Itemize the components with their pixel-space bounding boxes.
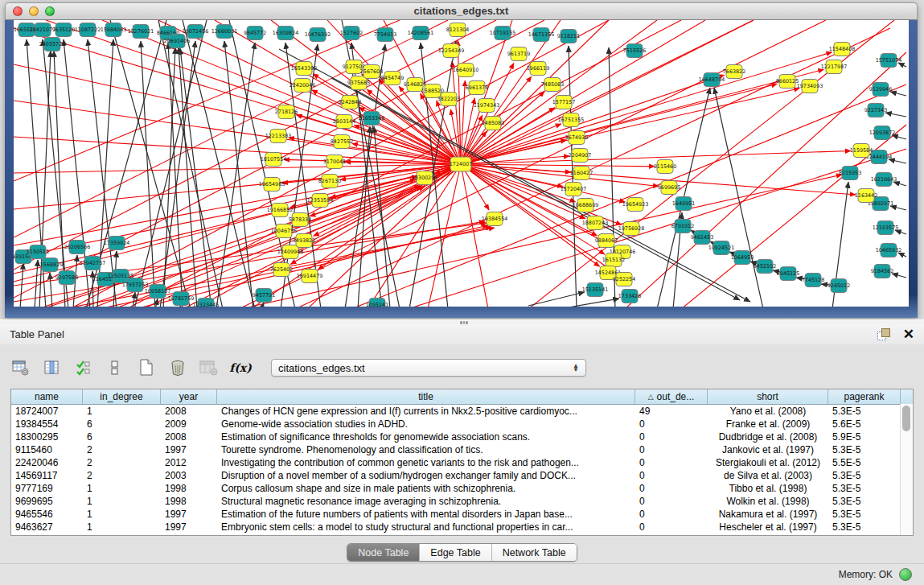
network-node[interactable]: 9457791 [253, 289, 275, 303]
network-node[interactable]: 9252254 [613, 273, 635, 286]
network-node[interactable]: 12103575 [873, 221, 899, 235]
column-header-out-de-[interactable]: △out_de... [635, 389, 708, 404]
network-node[interactable]: 8267130 [318, 175, 341, 188]
delete-rows-icon[interactable] [167, 357, 188, 378]
network-node[interactable]: 2803144 [333, 115, 355, 129]
network-node[interactable]: 9613719 [507, 47, 530, 61]
network-node[interactable]: 1095241 [366, 299, 388, 307]
network-node[interactable]: 19734093 [797, 80, 823, 93]
network-hub-node[interactable]: 1724007 [450, 157, 472, 171]
network-node[interactable]: 19166852 [267, 204, 294, 217]
network-node[interactable]: 12213383 [265, 130, 292, 143]
network-node[interactable]: 1160427 [570, 167, 593, 180]
network-node[interactable]: 7745128 [802, 274, 824, 287]
network-node[interactable]: 1064953 [731, 251, 754, 265]
table-row[interactable]: 1938455462009Genome-wide association stu… [11, 418, 913, 431]
network-node[interactable]: 9845772 [244, 27, 266, 40]
table-selector[interactable]: citations_edges.txt ▲▼ [271, 359, 586, 377]
network-node[interactable]: 10476392 [305, 28, 331, 42]
tab-edge-table[interactable]: Edge Table [420, 544, 491, 561]
network-node[interactable]: 16210643 [871, 173, 897, 187]
network-node[interactable]: 7625402 [270, 263, 293, 277]
network-node[interactable]: 20206566 [64, 241, 91, 254]
network-node[interactable]: 10719155 [490, 27, 516, 40]
network-node[interactable]: 16648794 [699, 73, 725, 87]
network-node[interactable]: 1966119 [527, 62, 549, 76]
network-node[interactable]: 15984063 [101, 23, 127, 37]
network-node[interactable]: 14208561 [408, 27, 434, 40]
table-row[interactable]: 2242004622012Investigating the contribut… [11, 456, 913, 469]
table-options-icon[interactable] [10, 357, 31, 378]
table-row[interactable]: 977716911998Corpus callosum shape and si… [11, 482, 913, 495]
network-node[interactable]: 15135141 [582, 283, 609, 297]
function-builder-icon[interactable]: f(x) [230, 357, 251, 378]
network-node[interactable]: 10465932 [876, 244, 902, 257]
network-node[interactable]: 2567608 [360, 65, 383, 79]
network-node[interactable]: 7754913 [374, 28, 396, 42]
network-node[interactable]: 1577157 [552, 96, 575, 109]
network-node[interactable]: 9635120 [52, 23, 75, 37]
network-node[interactable]: 9699695 [658, 181, 680, 195]
column-header-year[interactable]: year [161, 389, 217, 404]
network-node[interactable]: 9297588 [55, 271, 78, 285]
new-table-icon[interactable] [136, 357, 157, 378]
network-node[interactable]: 12353594 [307, 194, 334, 208]
network-node[interactable]: 9118211 [557, 30, 580, 43]
network-graph[interactable]: 1065525718421077963512011087222159840631… [14, 20, 909, 307]
scrollbar-thumb[interactable] [902, 406, 910, 431]
network-node[interactable]: 7515526 [623, 44, 646, 58]
network-node[interactable]: 3493822 [293, 234, 315, 248]
network-node[interactable]: 3170041 [323, 155, 346, 169]
network-node[interactable]: 2718126 [275, 105, 298, 119]
window-titlebar[interactable]: citations_edges.txt [5, 2, 918, 20]
network-node[interactable]: 9129946 [869, 83, 892, 97]
network-node[interactable]: 16640910 [453, 64, 479, 77]
float-panel-icon[interactable] [877, 328, 890, 340]
network-node[interactable]: 8454749 [381, 72, 404, 85]
network-node[interactable]: 7663822 [723, 65, 745, 79]
network-node[interactable]: 12660031 [211, 25, 238, 39]
network-node[interactable]: 18107554 [261, 153, 287, 167]
column-header-short[interactable]: short [708, 389, 828, 404]
network-node[interactable]: 5878334 [289, 213, 311, 227]
vertical-scrollbar[interactable] [900, 404, 913, 535]
network-node[interactable]: 15276021 [128, 25, 154, 39]
network-node[interactable]: 8427552 [331, 135, 353, 149]
column-header-in-degree[interactable]: in_degree [83, 389, 161, 404]
network-node[interactable]: 16914479 [297, 270, 323, 283]
memory-ok-icon[interactable] [899, 568, 912, 581]
network-node[interactable]: 1527602 [340, 27, 363, 40]
network-node[interactable]: 1163442 [855, 189, 877, 203]
network-node[interactable]: 12093872 [869, 126, 896, 140]
network-canvas[interactable]: 1065525718421077963512011087222159840631… [14, 20, 909, 307]
network-node[interactable]: 12217987 [821, 60, 848, 74]
network-node[interactable]: 7485083 [541, 78, 564, 92]
network-node[interactable]: 9461453 [691, 231, 713, 245]
network-node[interactable]: 12254349 [438, 44, 465, 58]
network-node[interactable]: 6791912 [671, 220, 694, 233]
table-row[interactable]: 969969511998Structural magnetic resonanc… [11, 495, 913, 508]
column-header-title[interactable]: title [217, 389, 635, 404]
column-header-pagerank[interactable]: pagerank [828, 389, 901, 404]
network-node[interactable]: 9452102 [754, 260, 776, 274]
network-node[interactable]: 16751355 [558, 113, 585, 127]
network-node[interactable]: 8215953 [839, 167, 861, 180]
network-node[interactable]: 9115460 [654, 160, 676, 174]
delete-table-icon[interactable] [199, 357, 220, 378]
network-node[interactable]: 3822203 [437, 93, 460, 106]
network-node[interactable]: 9227343 [864, 104, 887, 117]
table-row[interactable]: 1830029562008Estimation of significance … [11, 431, 913, 443]
network-node[interactable]: 11087222 [75, 23, 101, 37]
network-node[interactable]: 1159584 [850, 144, 873, 158]
table-row[interactable]: 911546021997Tourette syndrome. Phenomeno… [11, 443, 913, 456]
network-node[interactable]: 1733426 [618, 290, 641, 303]
select-columns-icon[interactable] [73, 357, 94, 378]
close-window-button[interactable] [13, 6, 23, 16]
network-node[interactable]: 19654923 [622, 198, 649, 212]
network-node[interactable]: 10688609 [573, 199, 599, 212]
network-node[interactable]: 1485083 [482, 117, 504, 130]
network-node[interactable]: 1640951 [672, 197, 695, 211]
network-node[interactable]: 8121304 [446, 23, 469, 37]
table-row[interactable]: 946362711997Embryonic stem cells: a mode… [11, 521, 913, 534]
network-node[interactable]: 1615132 [602, 253, 625, 267]
